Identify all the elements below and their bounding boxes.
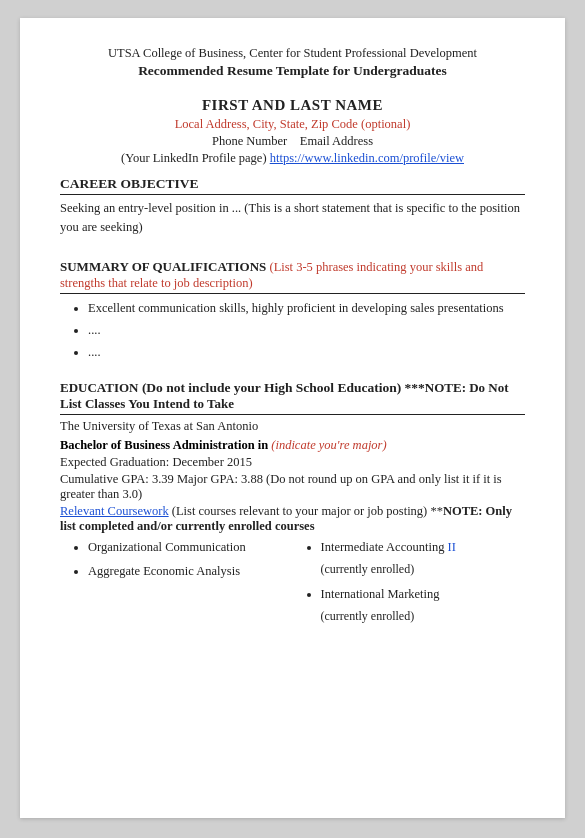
email-address: Email Address: [300, 134, 373, 148]
gpa-line: Cumulative GPA: 3.39 Major GPA: 3.88 (Do…: [60, 472, 525, 502]
summary-title: SUMMARY OF QUALIFICATIONS (List 3-5 phra…: [60, 259, 525, 291]
coursework-col-2: Intermediate Accounting II(currently enr…: [293, 536, 526, 630]
institution-name: UTSA College of Business, Center for Stu…: [60, 46, 525, 61]
linkedin-url[interactable]: https://www.linkedin.com/profile/view: [270, 151, 464, 165]
summary-divider: [60, 293, 525, 294]
address-line: Local Address, City, State, Zip Code (op…: [60, 117, 525, 132]
course-4: International Marketing(currently enroll…: [321, 583, 526, 628]
education-divider: [60, 414, 525, 415]
career-objective-body: Seeking an entry-level position in ... (…: [60, 199, 525, 237]
coursework-line: Relevant Coursework (List courses releva…: [60, 504, 525, 534]
course-2-note: (currently enrolled): [321, 562, 415, 576]
education-note: (Do not include your High School Educati…: [139, 380, 425, 395]
summary-bullet-3: ....: [88, 342, 525, 362]
coursework-columns: Organizational Communication Aggregate E…: [60, 536, 525, 630]
coursework-col-1: Organizational Communication Aggregate E…: [60, 536, 293, 630]
applicant-name: FIRST AND LAST NAME: [60, 97, 525, 114]
school-name: The University of Texas at San Antonio: [60, 419, 525, 434]
summary-title-bold: SUMMARY OF QUALIFICATIONS: [60, 259, 266, 274]
coursework-list-note: (List courses relevant to your major or …: [169, 504, 443, 518]
summary-bullets: Excellent communication skills, highly p…: [88, 298, 525, 362]
education-title-bold: EDUCATION: [60, 380, 139, 395]
coursework-link[interactable]: Relevant Coursework: [60, 504, 169, 518]
phone-number: Phone Number: [212, 134, 287, 148]
graduation-date: Expected Graduation: December 2015: [60, 455, 525, 470]
summary-bullet-1: Excellent communication skills, highly p…: [88, 298, 525, 318]
course-2: Intermediate Accounting II(currently enr…: [321, 536, 526, 581]
linkedin-prefix: (Your LinkedIn Profile page): [121, 151, 267, 165]
degree-title: Bachelor of Business Administration in: [60, 438, 268, 452]
degree-major: (indicate you're major): [268, 438, 387, 452]
degree-line: Bachelor of Business Administration in (…: [60, 438, 525, 453]
course-4-note: (currently enrolled): [321, 609, 415, 623]
coursework-list-1: Organizational Communication Aggregate E…: [88, 536, 293, 583]
phone-email-line: Phone Number Email Address: [60, 134, 525, 149]
linkedin-line: (Your LinkedIn Profile page) https://www…: [60, 151, 525, 166]
career-objective-divider: [60, 194, 525, 195]
education-title: EDUCATION (Do not include your High Scho…: [60, 380, 525, 412]
resume-subtitle: Recommended Resume Template for Undergra…: [60, 63, 525, 79]
career-objective-title: CAREER OBJECTIVE: [60, 176, 525, 192]
course-2-highlight: II: [448, 540, 456, 554]
course-1: Organizational Communication: [88, 536, 293, 559]
summary-bullet-2: ....: [88, 320, 525, 340]
course-3: Aggregate Economic Analysis: [88, 560, 293, 583]
resume-page: UTSA College of Business, Center for Stu…: [20, 18, 565, 818]
coursework-list-2: Intermediate Accounting II(currently enr…: [321, 536, 526, 628]
